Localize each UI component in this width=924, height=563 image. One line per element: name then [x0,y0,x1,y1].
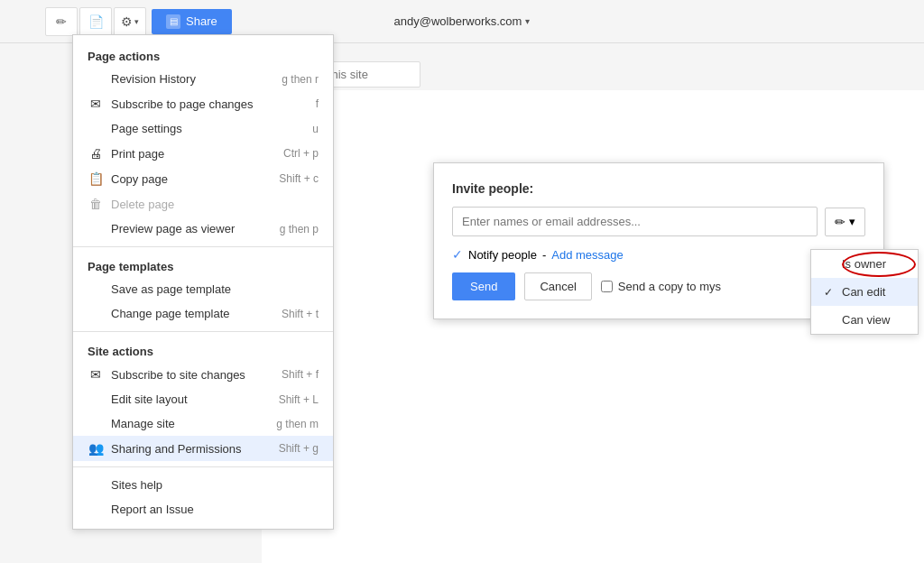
print-icon: 🖨 [88,146,104,161]
toolbar-icons: ✏ 📄 ⚙ ▤ Share [45,7,232,36]
subscribe-page-shortcut: f [316,97,319,110]
menu-item-page-settings[interactable]: Page settings u [73,116,333,141]
send-copy-text: Send a copy to mys [618,280,721,293]
copy-shortcut: Shift + c [279,172,319,185]
menu-item-revision-history[interactable]: Revision History g then r [73,67,333,91]
edit-button[interactable]: ✏ [45,7,78,36]
menu-item-subscribe-page[interactable]: ✉ Subscribe to page changes f [73,91,333,116]
edit-check: ✓ [824,286,836,299]
subscribe-page-icon: ✉ [88,97,104,111]
email-text: andy@wolberworks.com [394,14,522,28]
site-actions-title: Site actions [73,337,333,362]
page-actions-title: Page actions [73,42,333,67]
menu-label-subscribe-site: Subscribe to site changes [111,368,245,382]
menu-item-sharing[interactable]: 👥 Sharing and Permissions Shift + g [73,436,333,461]
invite-people-title: Invite people: [452,181,865,196]
menu-label-report: Report an Issue [111,503,194,516]
divider-3 [73,466,333,467]
perm-item-can-view[interactable]: Can view [811,306,918,334]
menu-label-subscribe-page: Subscribe to page changes [111,97,254,111]
page-settings-shortcut: u [312,123,319,135]
menu-item-preview[interactable]: Preview page as viewer g then p [73,217,333,241]
menu-item-print[interactable]: 🖨 Print page Ctrl + p [73,141,333,166]
print-shortcut: Ctrl + p [283,147,319,160]
menu-label-sharing: Sharing and Permissions [111,442,242,456]
menu-label-preview: Preview page as viewer [111,222,235,235]
search-bar-area [262,54,924,95]
page-templates-title: Page templates [73,253,333,277]
cancel-button[interactable]: Cancel [524,272,591,300]
menu-label-manage-site: Manage site [111,417,175,430]
invite-input-row: ✏ ▾ [452,207,865,236]
divider-1 [73,246,333,247]
share-label: Share [186,14,217,28]
manage-site-shortcut: g then m [276,418,319,430]
menu-label-edit-layout: Edit site layout [111,392,188,406]
user-email[interactable]: andy@wolberworks.com ▾ [394,14,531,28]
notify-text: Notify people [468,248,537,262]
menu-item-manage-site[interactable]: Manage site g then m [73,411,333,436]
share-button[interactable]: ▤ Share [152,9,232,34]
owner-label: Is owner [842,257,886,271]
edit-layout-shortcut: Shift + L [279,393,319,406]
menu-label-copy: Copy page [111,172,168,186]
revision-shortcut: g then r [282,73,319,86]
notify-row: ✓ Notify people - Add message [452,247,865,262]
menu-label-change-template: Change page template [111,307,230,320]
menu-label-help: Sites help [111,478,162,492]
permission-dropdown: Is owner ✓ Can edit Can view [810,249,919,335]
send-copy-checkbox[interactable] [601,281,613,292]
add-message-link[interactable]: Add message [551,248,624,262]
menu-item-delete: 🗑 Delete page [73,191,333,217]
notify-checkmark-icon: ✓ [452,247,463,262]
menu-item-sites-help[interactable]: Sites help [73,473,333,497]
menu-item-copy[interactable]: 📋 Copy page Shift + c [73,166,333,191]
share-icon: ▤ [166,14,180,29]
edit-label: Can edit [842,285,885,299]
change-template-shortcut: Shift + t [282,308,319,320]
sharing-shortcut: Shift + g [279,442,319,455]
page-dropdown-menu: Page actions Revision History g then r ✉… [72,34,334,530]
menu-item-save-template[interactable]: Save as page template [73,277,333,301]
perm-item-can-edit[interactable]: ✓ Can edit [811,278,918,306]
menu-item-report-issue[interactable]: Report an Issue [73,497,333,521]
permission-button[interactable]: ✏ ▾ [825,208,865,236]
permission-arrow-icon: ▾ [849,215,855,228]
send-copy-label: Send a copy to mys [601,280,721,293]
page-button[interactable]: 📄 [79,7,112,36]
pencil-icon: ✏ [835,215,845,229]
menu-item-edit-layout[interactable]: Edit site layout Shift + L [73,387,333,411]
view-label: Can view [842,313,890,327]
action-row: Send Cancel Send a copy to mys [452,272,865,300]
preview-shortcut: g then p [280,223,319,235]
subscribe-site-shortcut: Shift + f [282,368,319,381]
delete-icon: 🗑 [88,197,104,211]
menu-label-revision: Revision History [111,72,196,86]
menu-label-print: Print page [111,147,164,161]
dropdown-arrow-icon: ▾ [525,16,530,26]
subscribe-site-icon: ✉ [88,367,104,382]
copy-icon: 📋 [88,171,104,186]
send-button[interactable]: Send [452,272,515,300]
divider-2 [73,331,333,332]
invite-input[interactable] [452,207,818,236]
menu-label-delete: Delete page [111,198,174,211]
gear-button[interactable]: ⚙ [114,7,146,36]
menu-item-subscribe-site[interactable]: ✉ Subscribe to site changes Shift + f [73,362,333,387]
menu-label-save-template: Save as page template [111,282,231,296]
menu-label-page-settings: Page settings [111,122,182,135]
menu-item-change-template[interactable]: Change page template Shift + t [73,301,333,326]
sharing-icon: 👥 [88,441,104,456]
perm-item-is-owner[interactable]: Is owner [811,250,918,278]
